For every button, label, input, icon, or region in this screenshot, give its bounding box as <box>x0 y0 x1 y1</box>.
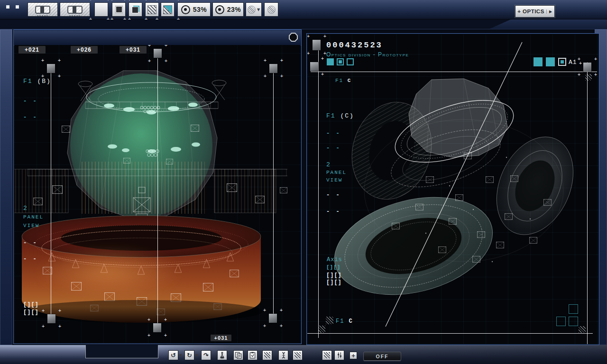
sector-label: A1 <box>569 59 577 66</box>
drag-handle[interactable] <box>310 62 318 71</box>
sector-toggle[interactable] <box>533 57 543 66</box>
pattern-slot-button[interactable] <box>322 350 332 360</box>
dna-button[interactable] <box>278 350 288 360</box>
dash-row: - - <box>23 256 38 263</box>
redo-icon: ↻ <box>187 352 192 359</box>
layer-toggle-filled[interactable] <box>327 58 334 65</box>
sector-toggle[interactable] <box>546 57 555 66</box>
panel-view-label: VIEW <box>23 223 39 228</box>
drag-handle[interactable] <box>269 314 277 323</box>
undo-button[interactable]: ↺ <box>168 350 178 360</box>
panel-view-label: PANEL <box>23 214 44 220</box>
frame-line <box>307 333 593 334</box>
right-viewport-panel: 000432523 Optics division - Prototype A1… <box>306 33 599 345</box>
frame-marker-bottom: +031 <box>211 335 231 341</box>
optics-workstation: 53% 23% ▼ + OPTICS ▶ <box>0 0 607 364</box>
dock-notch <box>85 345 158 358</box>
hatched-circle-icon <box>248 6 256 14</box>
drag-handle[interactable] <box>47 314 55 323</box>
visibility-menu-button[interactable]: ▼ <box>246 2 262 17</box>
fill-solid-button[interactable] <box>112 2 126 17</box>
layer-toggle-empty[interactable] <box>347 58 354 65</box>
drag-handle[interactable] <box>313 40 321 50</box>
sector-toggle-active[interactable] <box>558 58 566 66</box>
zoom-b-button[interactable]: 23% <box>212 2 244 17</box>
zoom-a-button[interactable]: 53% <box>177 2 211 17</box>
deco-square <box>16 5 19 9</box>
caret-down-icon[interactable]: ▼ <box>179 354 182 357</box>
add-button[interactable]: + <box>349 352 357 359</box>
clipboard-icon <box>249 352 256 359</box>
hatch-mark <box>318 326 325 333</box>
optics-label: + OPTICS <box>515 9 546 14</box>
optics-menu-button[interactable]: + OPTICS ▶ <box>515 5 555 18</box>
frame-marker: +021 <box>18 46 46 54</box>
axis-bracket-row: [][] <box>326 279 342 286</box>
layer-toggle-mid[interactable] <box>337 58 344 65</box>
caret-down-icon: ▼ <box>257 8 260 12</box>
layers-icon <box>131 6 139 14</box>
frame-line <box>587 62 588 344</box>
dna-icon <box>280 352 287 359</box>
panel-view-count: 2 <box>326 161 331 168</box>
hatch-square-icon <box>264 352 270 358</box>
left-model-viewport[interactable]: +021 +026 +031 +031 F1 (B) - - - - 2 PAN… <box>14 45 301 343</box>
left-panel-header[interactable] <box>14 30 301 46</box>
dash-row: - - <box>23 240 38 246</box>
ab-compare-icon <box>67 6 83 14</box>
corner-square <box>556 317 566 326</box>
pattern-button[interactable] <box>145 2 159 17</box>
plus-tick-icon <box>579 61 582 66</box>
fill-blank-button[interactable] <box>94 2 108 17</box>
hatch-mark <box>326 317 333 324</box>
aperture-icon <box>181 5 190 14</box>
lab-button[interactable] <box>217 350 227 360</box>
compare-a-button[interactable] <box>28 2 58 17</box>
angled-accent <box>396 19 607 29</box>
panel-view-count: 2 <box>23 205 28 212</box>
compare-b-button[interactable] <box>60 2 90 17</box>
guide-line <box>157 58 158 323</box>
blank-square-icon <box>97 6 105 14</box>
frame-line <box>318 41 319 338</box>
arrow-right-icon: ▶ <box>546 9 554 14</box>
deco-square <box>6 5 9 9</box>
visibility-button[interactable] <box>264 2 278 17</box>
redo-forward-icon: ↷ <box>203 352 209 359</box>
drag-handle[interactable] <box>153 323 161 332</box>
corner-square <box>569 317 578 326</box>
adjustments-button[interactable] <box>334 350 344 360</box>
division-subtitle: Optics division - Prototype <box>326 51 409 58</box>
hatched-circle-icon <box>267 6 276 14</box>
undo-icon: ↺ <box>171 352 176 359</box>
frame-line <box>311 72 597 72</box>
caret-down-icon[interactable]: ▼ <box>195 354 198 357</box>
drag-handle[interactable] <box>47 64 55 73</box>
off-toggle[interactable]: OFF <box>363 352 401 361</box>
dash-row: - - <box>326 145 341 152</box>
clipboard-button[interactable] <box>248 350 258 360</box>
axis-label: Axis <box>327 256 342 263</box>
hexagon-icon[interactable] <box>289 33 298 42</box>
layers-button[interactable] <box>129 2 142 17</box>
zoom-b-value: 23% <box>227 6 241 13</box>
drag-handle[interactable] <box>583 63 591 72</box>
frame-marker: +026 <box>71 46 98 54</box>
aperture-icon <box>215 5 224 14</box>
workspace: +021 +026 +031 +031 F1 (B) - - - - 2 PAN… <box>0 29 607 345</box>
guide-line <box>51 71 51 314</box>
drag-handle[interactable] <box>269 64 277 73</box>
dash-row: - - <box>326 192 341 199</box>
hatch-square-icon <box>294 352 301 358</box>
sliders-icon <box>336 352 343 359</box>
redo-button[interactable]: ↻ <box>184 350 194 360</box>
ab-compare-icon <box>35 6 50 14</box>
pattern-teal-button[interactable] <box>161 2 175 17</box>
right-model-viewport[interactable]: 000432523 Optics division - Prototype A1… <box>307 34 598 344</box>
pattern-slot-button[interactable] <box>293 350 303 360</box>
paste-copy-button[interactable] <box>233 350 243 360</box>
left-frame-strip <box>0 29 13 345</box>
pattern-slot-button[interactable] <box>262 350 272 360</box>
redo-forward-button[interactable]: ↷ <box>201 350 211 360</box>
drag-handle[interactable] <box>154 49 162 58</box>
